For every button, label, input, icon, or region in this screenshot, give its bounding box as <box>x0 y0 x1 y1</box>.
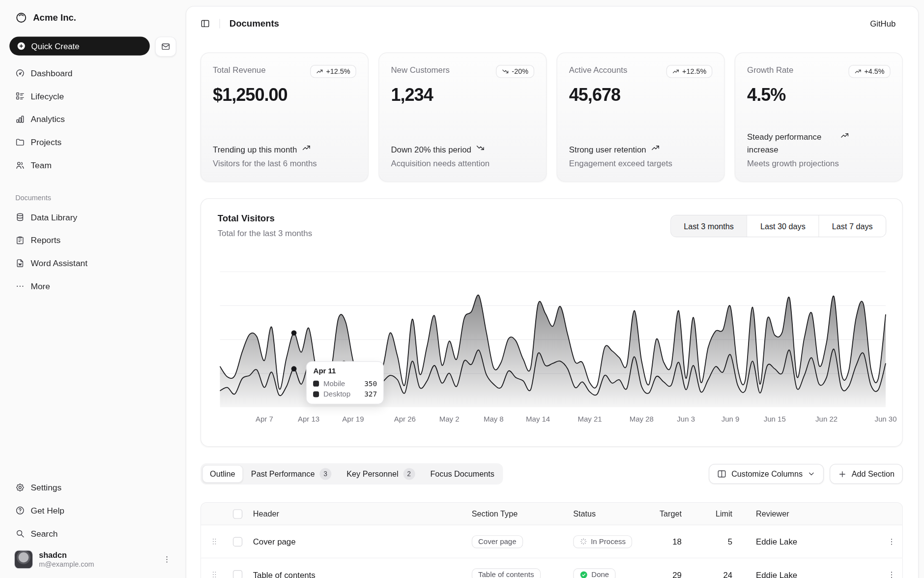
stat-value: 1,234 <box>391 85 534 105</box>
folder-icon <box>15 138 25 147</box>
trending-down-icon <box>476 143 485 152</box>
sidebar-item-settings[interactable]: Settings <box>9 478 176 497</box>
sidebar-nav-main: DashboardLifecycleAnalyticsProjectsTeam <box>9 64 176 175</box>
cell-reviewer[interactable]: Eddie Lake <box>737 570 879 578</box>
tab-focus-documents[interactable]: Focus Documents <box>423 465 501 483</box>
section-type-badge: Cover page <box>472 535 523 548</box>
table-body: Cover pageCover pageIn Process185Eddie L… <box>201 525 902 578</box>
sidebar: Acme Inc. Quick Create DashboardLifecycl… <box>0 0 186 578</box>
cell-target[interactable]: 29 <box>651 570 687 578</box>
area-chart[interactable]: Apr 7Apr 13Apr 19Apr 26May 2May 8May 14M… <box>220 272 886 426</box>
cell-limit[interactable]: 24 <box>687 570 737 578</box>
tab-outline[interactable]: Outline <box>202 465 243 483</box>
range-option-last-7-days[interactable]: Last 7 days <box>818 215 886 237</box>
mail-icon <box>161 42 171 51</box>
trending-up-icon <box>672 68 679 75</box>
svg-text:Apr 19: Apr 19 <box>342 415 364 423</box>
dots-icon <box>15 281 25 291</box>
row-checkbox[interactable] <box>233 537 242 546</box>
stat-label: Total Revenue <box>213 65 265 74</box>
sidebar-item-word-assistant[interactable]: Word Assistant <box>9 254 176 273</box>
customize-columns-label: Customize Columns <box>731 469 803 478</box>
cell-header[interactable]: Table of contents <box>248 570 467 578</box>
chevron-down-icon <box>808 470 816 478</box>
drag-handle[interactable] <box>201 537 227 546</box>
sidebar-item-search[interactable]: Search <box>9 524 176 543</box>
tooltip-title: Apr 11 <box>314 367 377 375</box>
cell-reviewer[interactable]: Eddie Lake <box>737 537 879 546</box>
stat-label: New Customers <box>391 65 449 74</box>
sidebar-item-label: Data Library <box>30 213 77 222</box>
stat-footer-title: Strong user retention <box>569 143 713 155</box>
stat-footer-title: Steady performance increase <box>747 131 891 155</box>
add-section-label: Add Section <box>852 469 895 478</box>
row-checkbox[interactable] <box>233 570 242 578</box>
sidebar-item-reports[interactable]: Reports <box>9 231 176 249</box>
add-section-button[interactable]: Add Section <box>830 464 903 484</box>
sidebar-item-projects[interactable]: Projects <box>9 133 176 152</box>
quick-create-label: Quick Create <box>31 41 80 51</box>
svg-text:Apr 13: Apr 13 <box>298 415 319 423</box>
user-menu[interactable]: shadcn m@example.com <box>9 547 176 573</box>
trending-up-icon <box>840 131 849 140</box>
company-logo-icon <box>15 12 27 24</box>
select-all-checkbox[interactable] <box>233 509 242 518</box>
dots-vertical-icon[interactable] <box>162 555 172 564</box>
sidebar-nav-documents: Data LibraryReportsWord AssistantMore <box>9 208 176 296</box>
sidebar-item-get-help[interactable]: Get Help <box>9 501 176 520</box>
trending-up-icon <box>651 143 660 152</box>
sidebar-item-data-library[interactable]: Data Library <box>9 208 176 226</box>
sidebar-item-label: Get Help <box>30 506 64 515</box>
cell-target[interactable]: 18 <box>651 537 687 546</box>
stat-label: Active Accounts <box>569 65 628 74</box>
sidebar-item-label: Word Assistant <box>30 258 87 268</box>
svg-text:May 14: May 14 <box>526 415 550 423</box>
range-option-last-30-days[interactable]: Last 30 days <box>747 215 818 237</box>
view-tabs: OutlinePast Performance3Key Personnel2Fo… <box>201 463 503 485</box>
customize-columns-button[interactable]: Customize Columns <box>709 464 824 484</box>
stat-footer-title: Trending up this month <box>213 143 356 155</box>
tab-key-personnel[interactable]: Key Personnel2 <box>340 465 422 483</box>
sidebar-item-lifecycle[interactable]: Lifecycle <box>9 87 176 105</box>
sidebar-item-team[interactable]: Team <box>9 156 176 175</box>
range-option-last-3-months[interactable]: Last 3 months <box>671 215 747 237</box>
trend-badge: -20% <box>496 65 534 78</box>
table-row[interactable]: Table of contentsTable of contentsDone29… <box>201 558 902 578</box>
help-icon <box>15 506 25 515</box>
quick-create-button[interactable]: Quick Create <box>9 36 150 55</box>
cell-limit[interactable]: 5 <box>687 537 737 546</box>
sidebar-section-label: Documents <box>9 194 176 202</box>
trending-down-icon <box>502 68 509 75</box>
trend-badge: +12.5% <box>666 65 713 78</box>
dashboard-page: Acme Inc. Quick Create DashboardLifecycl… <box>0 0 924 578</box>
github-link[interactable]: GitHub <box>870 19 895 28</box>
tab-past-performance[interactable]: Past Performance3 <box>244 465 338 483</box>
row-menu-button[interactable] <box>879 537 903 546</box>
cell-section-type: Cover page <box>467 535 568 548</box>
table-row[interactable]: Cover pageCover pageIn Process185Eddie L… <box>201 525 902 558</box>
stat-footer-desc: Acquisition needs attention <box>391 159 534 168</box>
cell-header[interactable]: Cover page <box>248 537 467 546</box>
svg-text:Jun 9: Jun 9 <box>722 415 740 423</box>
sidebar-item-label: Reports <box>30 236 60 245</box>
sidebar-item-label: Search <box>30 529 58 538</box>
sidebar-item-dashboard[interactable]: Dashboard <box>9 64 176 83</box>
chart-tooltip: Apr 11Mobile350Desktop327 <box>306 361 384 404</box>
sidebar-item-analytics[interactable]: Analytics <box>9 110 176 128</box>
cell-status: Done <box>569 568 651 578</box>
sidebar-toggle-button[interactable] <box>201 19 210 28</box>
drag-handle[interactable] <box>201 570 227 578</box>
table-toolbar: OutlinePast Performance3Key Personnel2Fo… <box>201 463 903 485</box>
inbox-button[interactable] <box>155 36 176 57</box>
stat-footer-desc: Engagement exceed targets <box>569 159 713 168</box>
row-menu-button[interactable] <box>879 570 903 578</box>
search-icon <box>15 529 25 538</box>
user-name: shadcn <box>39 550 94 560</box>
stat-cards: Total Revenue+12.5%$1,250.00Trending up … <box>201 53 903 182</box>
avatar <box>14 550 33 569</box>
stat-value: $1,250.00 <box>213 85 356 105</box>
stat-card: Growth Rate+4.5%4.5%Steady performance i… <box>735 53 903 182</box>
org-switcher[interactable]: Acme Inc. <box>9 7 176 28</box>
sidebar-item-more[interactable]: More <box>9 277 176 296</box>
col-section-type: Section Type <box>467 509 568 518</box>
